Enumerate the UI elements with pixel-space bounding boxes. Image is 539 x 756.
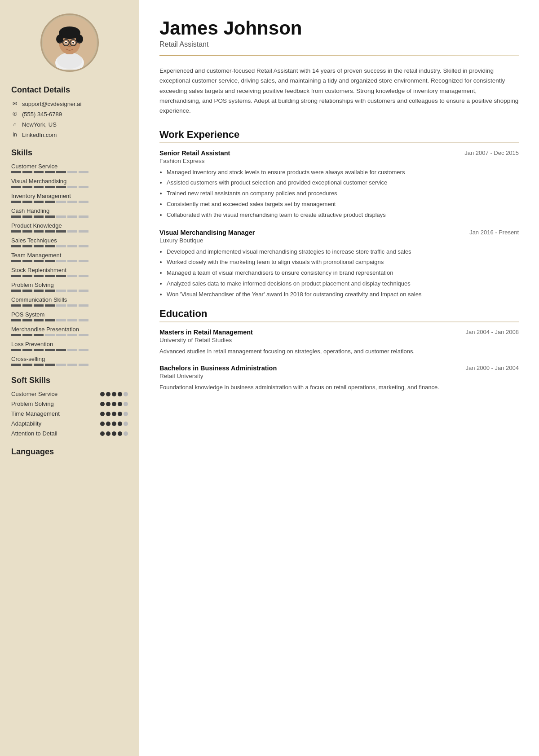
contact-location: ⌂ NewYork, US: [11, 121, 128, 128]
skill-item: Visual Merchandising: [11, 178, 128, 188]
soft-skills-title: Soft Skills: [11, 376, 128, 385]
skill-segment: [79, 290, 88, 292]
skill-name: Merchandise Presentation: [11, 326, 128, 333]
skill-segment: [56, 334, 66, 336]
skill-segment: [22, 304, 32, 307]
skill-segment: [22, 171, 32, 173]
soft-skills-list: Customer ServiceProblem SolvingTime Mana…: [11, 391, 128, 437]
job-bullet: Consistently met and exceeded sales targ…: [167, 200, 519, 209]
edu-desc: Advanced studies in retail management fo…: [159, 347, 519, 356]
skill-item: Inventory Management: [11, 193, 128, 203]
skill-segment: [34, 275, 44, 277]
job-bullet: Worked closely with the marketing team t…: [167, 258, 519, 267]
soft-skill-dot: [112, 422, 116, 426]
candidate-title: Retail Assistant: [159, 40, 519, 48]
skill-bar: [11, 349, 128, 351]
soft-skill-dot: [118, 431, 122, 436]
skill-segment: [67, 349, 77, 351]
skill-bar: [11, 245, 128, 247]
soft-skill-name: Customer Service: [11, 391, 96, 398]
header-divider: [159, 55, 519, 56]
main-content: James Johnson Retail Assistant Experienc…: [139, 0, 539, 756]
skill-segment: [67, 171, 77, 173]
soft-skill-dot: [124, 412, 128, 416]
skill-segment: [67, 230, 77, 233]
soft-skill-dot: [100, 412, 105, 416]
skill-name: Cross-selling: [11, 356, 128, 362]
soft-skill-dot: [112, 392, 116, 396]
skill-segment: [79, 186, 88, 188]
job-bullet: Assisted customers with product selectio…: [167, 178, 519, 188]
skill-item: POS System: [11, 311, 128, 321]
job-dates: Jan 2007 - Dec 2015: [464, 149, 519, 156]
skill-segment: [11, 186, 21, 188]
skill-name: Communication Skills: [11, 296, 128, 303]
skill-name: Inventory Management: [11, 193, 128, 199]
skill-bar: [11, 364, 128, 366]
work-experience-title: Work Experience: [159, 129, 519, 143]
skill-item: Sales Techniques: [11, 237, 128, 247]
linkedin-icon: in: [11, 131, 18, 138]
skill-segment: [34, 245, 44, 247]
skill-segment: [45, 275, 55, 277]
skill-segment: [11, 245, 21, 247]
contact-phone: ✆ (555) 345-6789: [11, 110, 128, 118]
skill-segment: [79, 319, 88, 321]
skill-segment: [56, 245, 66, 247]
skill-item: Problem Solving: [11, 281, 128, 292]
skill-segment: [67, 215, 77, 218]
skills-title: Skills: [11, 148, 128, 158]
skill-segment: [11, 171, 21, 173]
skill-segment: [22, 260, 32, 262]
soft-skill-name: Problem Solving: [11, 400, 96, 408]
edu-header: Masters in Retail ManagementJan 2004 - J…: [159, 329, 519, 336]
svg-point-21: [72, 42, 74, 44]
edu-school: University of Retail Studies: [159, 337, 519, 343]
skill-name: Sales Techniques: [11, 237, 128, 244]
skill-segment: [34, 334, 44, 336]
skill-segment: [79, 304, 88, 307]
skill-segment: [45, 334, 55, 336]
skill-segment: [67, 275, 77, 277]
skill-segment: [56, 215, 66, 218]
skill-segment: [11, 304, 21, 307]
skill-segment: [56, 349, 66, 351]
skill-segment: [22, 290, 32, 292]
skill-segment: [11, 349, 21, 351]
skill-segment: [56, 260, 66, 262]
edu-degree: Bachelors in Business Administration: [159, 365, 277, 372]
soft-skill-dot: [100, 392, 105, 396]
skill-name: Team Management: [11, 252, 128, 259]
job-bullet: Managed a team of visual merchandisers t…: [167, 268, 519, 278]
job-header: Senior Retail AssistantJan 2007 - Dec 20…: [159, 149, 519, 157]
job-title: Senior Retail Assistant: [159, 149, 230, 157]
soft-skill-dot: [112, 412, 116, 416]
education-entry: Masters in Retail ManagementJan 2004 - J…: [159, 329, 519, 356]
contact-title: Contact Details: [11, 85, 128, 95]
education-list: Masters in Retail ManagementJan 2004 - J…: [159, 329, 519, 392]
job-bullets: Managed inventory and stock levels to en…: [159, 168, 519, 220]
job-entry: Visual Merchandising ManagerJan 2016 - P…: [159, 229, 519, 299]
skill-bar: [11, 304, 128, 307]
skill-segment: [11, 364, 21, 366]
skill-segment: [22, 349, 32, 351]
skill-segment: [34, 319, 44, 321]
skill-segment: [45, 171, 55, 173]
skill-segment: [34, 230, 44, 233]
svg-point-12: [75, 35, 80, 40]
skill-name: Loss Prevention: [11, 341, 128, 347]
soft-skill-name: Adaptability: [11, 420, 96, 428]
education-title: Education: [159, 308, 519, 322]
skill-segment: [34, 201, 44, 203]
skill-segment: [56, 186, 66, 188]
education-entry: Bachelors in Business AdministrationJan …: [159, 365, 519, 392]
skill-segment: [45, 215, 55, 218]
avatar-container: [11, 13, 128, 72]
soft-skill-dot: [100, 422, 105, 426]
languages-title: Languages: [11, 447, 128, 457]
skill-segment: [11, 260, 21, 262]
skill-segment: [34, 171, 44, 173]
skill-bar: [11, 275, 128, 277]
skill-segment: [11, 215, 21, 218]
skill-segment: [45, 230, 55, 233]
